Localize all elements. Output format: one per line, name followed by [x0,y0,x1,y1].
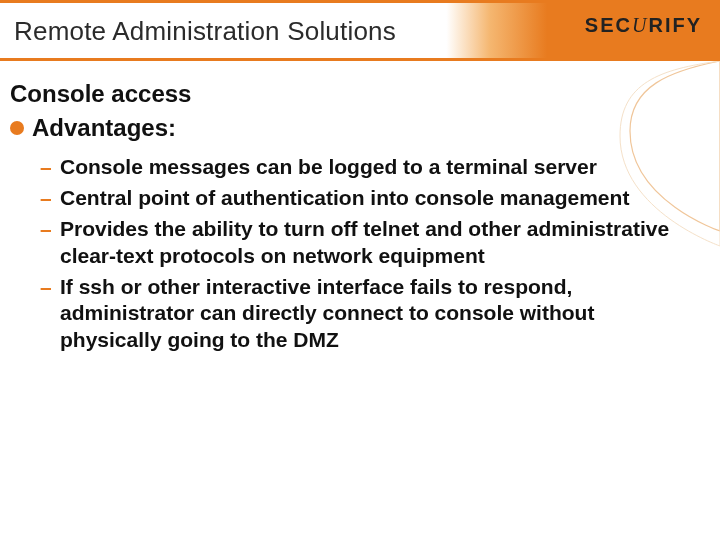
advantages-heading: Advantages: [10,114,700,142]
brand-part-2: U [632,14,648,36]
header-underline [0,58,720,61]
list-item: Console messages can be logged to a term… [40,154,700,181]
bullet-icon [10,121,24,135]
brand-logo: SECURIFY [585,14,702,37]
list-item: Provides the ability to turn off telnet … [40,216,700,270]
slide-title: Remote Administration Solutions [14,16,396,47]
slide: Remote Administration Solutions SECURIFY… [0,0,720,540]
advantages-list: Console messages can be logged to a term… [10,154,700,354]
list-item: Central point of authentication into con… [40,185,700,212]
brand-part-3: RIFY [648,14,702,36]
advantages-label: Advantages: [32,114,176,142]
content-subtitle: Console access [10,80,700,108]
brand-part-1: SEC [585,14,632,36]
content-area: Console access Advantages: Console messa… [10,80,700,358]
list-item: If ssh or other interactive interface fa… [40,274,700,355]
